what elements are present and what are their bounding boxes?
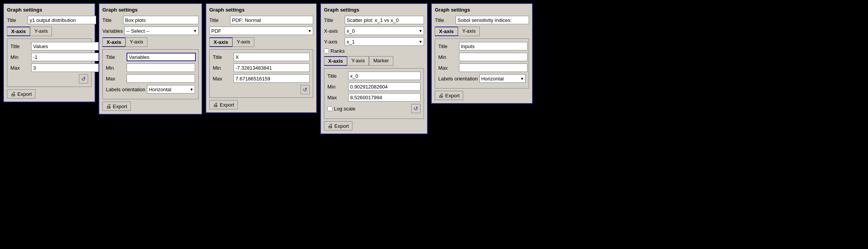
- panel-4-yaxis-select-wrapper: x_1 ▼: [345, 37, 424, 46]
- panel-2-labels-label: Labels orientation: [106, 87, 145, 92]
- panel-2-field-title-label: Title: [106, 54, 125, 60]
- panel-2-tab-content: Title Min Max Labels orientation Horizon…: [102, 49, 199, 99]
- panel-4-logscale-row: Log scale ↺: [327, 104, 421, 113]
- panel-1-min-row: Min: [10, 53, 88, 61]
- panel-4-logscale-label: Log scale: [334, 106, 356, 112]
- panel-2-min-row: Min: [106, 64, 195, 72]
- panel-4-min-input[interactable]: [348, 82, 421, 91]
- panel-4-min-row: Min: [327, 82, 421, 91]
- panel-4-tab-bar: X-axis Y-axis Marker: [324, 56, 424, 66]
- panel-5-title-row: Title: [435, 16, 529, 24]
- panel-4-tab-content: Title Min Max Log scale ↺: [324, 68, 424, 119]
- panel-2-field-title-input[interactable]: [127, 53, 196, 61]
- panel-1-max-row: Max: [10, 64, 88, 72]
- panel-2-max-label: Max: [106, 76, 125, 82]
- panel-4-tab-xaxis[interactable]: X-axis: [324, 56, 347, 66]
- panel-3-tab-xaxis[interactable]: X-axis: [209, 37, 232, 47]
- panel-4-field-title-row: Title: [327, 72, 421, 80]
- panel-3-max-input[interactable]: [234, 74, 310, 83]
- panel-2: Graph settings Title Variables -- Select…: [98, 3, 202, 115]
- panel-1-tab-bar: X-axis Y-axis: [7, 27, 92, 36]
- panel-3-title-input[interactable]: [230, 16, 313, 24]
- panel-2-labels-row: Labels orientation Horizontal ▼: [106, 85, 195, 94]
- panel-1-export-label: Export: [17, 91, 32, 97]
- panel-5-tab-xaxis[interactable]: X-axis: [435, 27, 458, 36]
- panel-3-pdf-select[interactable]: PDF: [209, 27, 313, 35]
- panel-4-yaxis-label: Y-axis: [324, 39, 343, 45]
- panel-1-tab-yaxis[interactable]: Y-axis: [30, 27, 52, 36]
- panel-4-tab-yaxis[interactable]: Y-axis: [347, 56, 369, 66]
- panel-3-field-title-input[interactable]: [234, 53, 310, 61]
- panel-2-variables-select-wrapper: -- Select -- ▼: [124, 27, 199, 35]
- panel-1-title-input[interactable]: [28, 16, 96, 24]
- panel-4-export-button[interactable]: 🖨 Export: [324, 121, 352, 130]
- panel-4-title: Graph settings: [324, 7, 424, 13]
- panel-1-field-title-input[interactable]: [31, 42, 100, 50]
- panel-2-field-title-row: Title: [106, 53, 195, 61]
- panel-2-tab-yaxis[interactable]: Y-axis: [125, 37, 147, 47]
- panel-4-ranks-checkbox[interactable]: [324, 48, 329, 53]
- panel-3-export-icon: 🖨: [213, 102, 218, 108]
- panel-3-tab-content: Title Min Max ↺: [209, 49, 313, 98]
- panel-5-export-label: Export: [445, 93, 460, 99]
- panel-2-export-button[interactable]: 🖨 Export: [102, 102, 131, 111]
- panel-2-variables-label: Variables: [102, 28, 123, 34]
- panel-2-title: Graph settings: [102, 7, 199, 13]
- panel-2-tab-xaxis[interactable]: X-axis: [102, 37, 125, 47]
- panel-4-max-input[interactable]: [348, 93, 421, 102]
- panel-5-export-button[interactable]: 🖨 Export: [435, 91, 463, 100]
- panel-4: Graph settings Title X-axis x_0 ▼ Y-axis…: [320, 3, 428, 134]
- panel-4-xaxis-select-wrapper: x_0 ▼: [345, 27, 424, 35]
- panel-2-max-input[interactable]: [127, 74, 195, 83]
- panel-5-max-input[interactable]: [459, 64, 527, 72]
- panel-5-min-input[interactable]: [459, 53, 527, 61]
- panel-3-field-title-label: Title: [213, 54, 232, 60]
- panel-1: Graph settings Title X-axis Y-axis Title…: [3, 3, 95, 102]
- panel-3-title-label: Title: [209, 17, 229, 23]
- panel-3-refresh-icon: ↺: [303, 87, 307, 93]
- panel-4-refresh-icon: ↺: [414, 105, 418, 112]
- panel-4-refresh-button[interactable]: ↺: [411, 104, 421, 113]
- panel-4-field-title-label: Title: [327, 73, 347, 79]
- panel-2-min-label: Min: [106, 65, 125, 71]
- panel-3-export-button[interactable]: 🖨 Export: [209, 100, 238, 109]
- panel-2-title-row: Title: [102, 16, 199, 24]
- panel-5-labels-select[interactable]: Horizontal: [479, 74, 526, 83]
- panel-2-variables-select[interactable]: -- Select --: [124, 27, 199, 35]
- panel-4-ranks-label: Ranks: [331, 48, 345, 54]
- panel-5-field-title-input[interactable]: [459, 42, 527, 50]
- panel-2-min-input[interactable]: [127, 64, 195, 72]
- panel-1-export-icon: 🖨: [10, 91, 16, 97]
- panel-2-variables-row: Variables -- Select -- ▼: [102, 27, 199, 35]
- panel-4-title-row: Title: [324, 16, 424, 24]
- panel-4-logscale-checkbox[interactable]: [327, 106, 332, 111]
- panel-4-tab-marker[interactable]: Marker: [369, 56, 393, 66]
- panel-2-title-input[interactable]: [123, 16, 199, 24]
- panel-1-field-title-row: Title: [10, 42, 88, 50]
- panel-1-tab-xaxis[interactable]: X-axis: [7, 27, 30, 36]
- panel-4-yaxis-select[interactable]: x_1: [345, 37, 424, 46]
- panel-4-title-input[interactable]: [345, 16, 424, 24]
- panel-4-xaxis-select[interactable]: x_0: [345, 27, 424, 35]
- panel-3-pdf-dropdown-row: PDF ▼: [209, 27, 313, 35]
- panel-1-refresh-button[interactable]: ↺: [79, 74, 88, 84]
- panel-1-field-title-label: Title: [10, 43, 30, 49]
- panel-5-tab-yaxis[interactable]: Y-axis: [458, 27, 480, 36]
- panel-3-tab-yaxis[interactable]: Y-axis: [232, 37, 254, 47]
- panel-4-min-label: Min: [327, 84, 347, 90]
- panel-3-max-row: Max: [213, 74, 310, 83]
- panel-5-title-input[interactable]: [456, 16, 529, 24]
- panel-3-refresh-button[interactable]: ↺: [300, 85, 310, 94]
- panel-2-labels-select-wrapper: Horizontal ▼: [147, 85, 195, 94]
- panel-3-min-input[interactable]: [234, 64, 310, 72]
- panel-1-export-button[interactable]: 🖨 Export: [7, 89, 35, 99]
- panel-4-field-title-input[interactable]: [348, 72, 421, 80]
- panel-5: Graph settings Title X-axis Y-axis Title…: [431, 3, 533, 104]
- panel-2-title-label: Title: [102, 17, 122, 23]
- panel-5-tab-content: Title Min Max Labels orientation Horizon…: [435, 38, 529, 89]
- panel-5-field-title-row: Title: [438, 42, 526, 50]
- panel-2-labels-select[interactable]: Horizontal: [147, 85, 195, 94]
- panel-3-tab-bar: X-axis Y-axis: [209, 37, 313, 47]
- panel-1-min-input[interactable]: [31, 53, 100, 61]
- panel-1-max-input[interactable]: [31, 64, 100, 72]
